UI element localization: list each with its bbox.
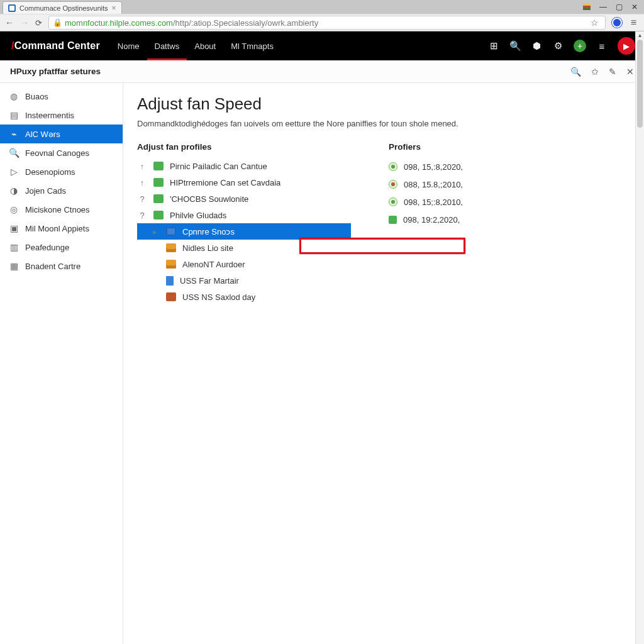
profile-row[interactable]: USS NS Saxlod day <box>137 289 351 305</box>
status-list: 098, 15,:8,2020,088, 15.8,;2010,098, 15;… <box>389 158 626 228</box>
profile-label: Cpnnre Snoɔs <box>182 227 235 236</box>
sidebar-item[interactable]: ▤Insteermentis <box>0 106 123 125</box>
forward-button[interactable]: → <box>20 18 29 28</box>
sidebar-item-label: Insteermentis <box>25 111 74 120</box>
top-nav-item[interactable]: Nome <box>110 31 147 60</box>
statuses-heading: Profiers <box>389 142 626 152</box>
toolbar-title: HPuxy pfatffar setures <box>10 67 101 76</box>
page-toolbar: HPuxy pfatffar setures 🔍 ✩ ✎ ✕ <box>0 60 644 83</box>
folder-icon <box>166 227 176 236</box>
content-area: Adjust fan Speed Dommandktodighédoges fa… <box>123 83 644 644</box>
package-icon: ▥ <box>9 242 19 252</box>
profile-row[interactable]: AlenoNT Aurdoer <box>137 256 351 272</box>
extension-icon[interactable] <box>612 18 622 28</box>
sidebar-item[interactable]: ◍Buaos <box>0 87 123 106</box>
sidebar-item[interactable]: ◑Jojen Cads <box>0 181 123 200</box>
user-avatar[interactable]: ▶ <box>618 37 635 55</box>
toolbar-search-icon[interactable]: 🔍 <box>570 67 581 77</box>
sidebar-item-label: AlC Wərs <box>25 130 60 139</box>
status-row: 098, 15,:8,2020, <box>389 158 626 175</box>
profile-row[interactable]: Nidles Lio site <box>137 240 351 256</box>
window-maximize-button[interactable]: ▢ <box>616 3 623 11</box>
window-close-button[interactable]: ✕ <box>631 3 638 11</box>
sidebar-item-label: Buaos <box>25 92 48 101</box>
tab-close-icon[interactable]: × <box>112 4 116 13</box>
profile-row[interactable]: ↑Pirnic Pailadic Can Cantue <box>137 158 351 174</box>
top-nav-item[interactable]: Ml Tmnapts <box>223 31 281 60</box>
status-row: 088, 15.8,;2010, <box>389 175 626 193</box>
window-minimize-button[interactable]: — <box>599 3 607 11</box>
page-heading: Adjust fan Speed <box>137 94 626 114</box>
locale-flag-icon <box>583 4 591 10</box>
url-path: /http/:atiop.Specialessialy/owrk.ambiert… <box>173 18 318 28</box>
add-button[interactable]: + <box>574 40 586 52</box>
back-button[interactable]: ← <box>5 18 14 28</box>
browser-address-bar: ← → ⟳ 🔒 momnfoctur.hilple.comes.com /htt… <box>0 14 644 31</box>
profile-row[interactable]: ↑HIPtrremione Can set Cavdaia <box>137 174 351 191</box>
toolbar-close-icon[interactable]: ✕ <box>626 67 634 77</box>
search-icon[interactable]: 🔍 <box>509 40 521 52</box>
profile-row[interactable]: USS Far Martair <box>137 272 351 289</box>
top-nav-item[interactable]: About <box>187 31 223 60</box>
browser-tab[interactable]: Commumace Opstinesvunits × <box>3 1 122 14</box>
folder-icon <box>153 211 164 219</box>
sidebar-item-label: Desenopioms <box>25 167 75 177</box>
row-lead-icon: ? <box>137 194 147 204</box>
url-input[interactable]: 🔒 momnfoctur.hilple.comes.com /http/:ati… <box>48 16 606 30</box>
profile-label: Nidles Lio site <box>182 243 233 253</box>
profile-list: ↑Pirnic Pailadic Can Cantue↑HIPtrremione… <box>137 158 351 305</box>
apps-icon: ▣ <box>9 223 19 233</box>
folder-icon <box>166 243 176 252</box>
status-value: 098, 19:2,2020, <box>403 215 460 225</box>
url-host: momnfoctur.hilple.comes.com <box>65 18 173 28</box>
sidebar-item[interactable]: ▥Peafedunge <box>0 238 123 257</box>
profile-label: HIPtrremione Can set Cavdaia <box>170 178 280 187</box>
sidebar-item[interactable]: ▣Mil Moonl Appiets <box>0 219 123 238</box>
tab-favicon <box>8 4 16 12</box>
scrollbar-thumb[interactable] <box>637 40 643 128</box>
folder-icon <box>166 292 176 301</box>
profile-label: AlenoNT Aurdoer <box>182 260 245 269</box>
sidebar-item[interactable]: ▦Bnadent Cartre <box>0 257 123 275</box>
toolbar-star-icon[interactable]: ✩ <box>591 67 599 77</box>
sidebar-item[interactable]: ▷Desenopioms <box>0 162 123 181</box>
row-lead-icon: ↑ <box>137 162 147 171</box>
bookmark-star-icon[interactable]: ☆ <box>588 18 601 28</box>
profiles-heading: Adjust fan profiles <box>137 142 351 152</box>
row-lead-icon: ↑ <box>137 178 147 187</box>
brand-logo[interactable]: /Command Center <box>11 40 100 52</box>
sidebar-item[interactable]: 🔍Feovnal Canoges <box>0 143 123 162</box>
profile-row[interactable]: ▸Cpnnre Snoɔs <box>137 223 351 240</box>
top-nav-item[interactable]: Dattws <box>147 31 187 60</box>
dashboard-icon: ◍ <box>9 91 19 101</box>
toolbar-edit-icon[interactable]: ✎ <box>609 67 616 77</box>
profile-row[interactable]: ?'CHOCBS Souwlonite <box>137 191 351 207</box>
sidebar-item[interactable]: ◎Miciskone Ctnoes <box>0 200 123 219</box>
waves-icon: ⌁ <box>9 129 19 139</box>
lock-icon: ◑ <box>9 186 19 196</box>
sidebar-item-label: Jojen Cads <box>25 186 66 196</box>
tab-title: Commumace Opstinesvunits <box>19 4 108 12</box>
profile-row[interactable]: ?Philvle Gludads <box>137 207 351 223</box>
shield-icon[interactable]: ⬢ <box>531 40 542 52</box>
status-value: 098, 15;:8,2010, <box>404 197 463 207</box>
grid-icon[interactable]: ⊞ <box>488 40 499 52</box>
app-header: /Command Center NomeDattwsAboutMl Tmnapt… <box>0 31 644 60</box>
profile-label: USS NS Saxlod day <box>182 292 255 302</box>
status-dot-icon <box>389 197 397 206</box>
sidebar-item[interactable]: ⌁AlC Wərs <box>0 125 123 143</box>
sidebar: ◍Buaos▤Insteermentis⌁AlC Wərs🔍Feovnal Ca… <box>0 83 123 644</box>
page-scrollbar[interactable]: ▴ <box>635 31 644 644</box>
window-controls: — ▢ ✕ <box>577 0 644 14</box>
lock-icon: 🔒 <box>53 18 62 27</box>
folder-icon <box>153 178 164 187</box>
status-dot-icon <box>389 162 397 171</box>
browser-menu-icon[interactable]: ≡ <box>628 17 639 28</box>
gear-icon[interactable]: ⚙ <box>552 40 564 52</box>
reload-button[interactable]: ⟳ <box>35 18 42 28</box>
status-row: 098, 15;:8,2010, <box>389 193 626 211</box>
hamburger-menu-icon[interactable]: ≡ <box>596 41 608 52</box>
profile-label: 'CHOCBS Souwlonite <box>170 194 248 204</box>
status-row: 098, 19:2,2020, <box>389 211 626 228</box>
status-value: 098, 15,:8,2020, <box>404 162 463 172</box>
